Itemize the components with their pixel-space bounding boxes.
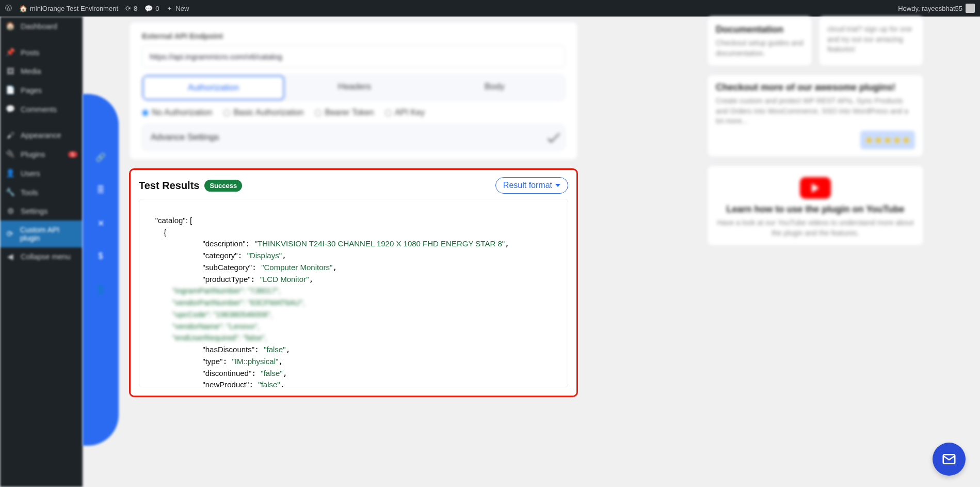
sidebar-item-label: Collapse menu xyxy=(21,253,71,261)
sidebar-item-label: Pages xyxy=(21,86,42,95)
radio-label: API Key xyxy=(395,108,425,117)
code-line-blurred: "endUserRequired": "false", xyxy=(147,333,267,342)
sidebar-item-label: Tools xyxy=(21,188,38,197)
sidebar-item-tools[interactable]: 🔧Tools xyxy=(0,183,83,202)
endpoint-label: External API Endpoint xyxy=(142,32,565,40)
documentation-text: Checkout setup guides and documentation. xyxy=(716,38,804,58)
posts-icon: 📌 xyxy=(5,48,15,57)
code-value: "false" xyxy=(258,380,280,387)
code-key: "productType" xyxy=(202,275,250,284)
plugins-promo-title: Checkout more of our awesome plugins! xyxy=(716,82,915,93)
plugins-promo-card[interactable]: Checkout more of our awesome plugins! Cr… xyxy=(707,74,924,157)
result-code-pane[interactable]: "catalog": [ { "description": "THINKVISI… xyxy=(139,199,568,387)
sidebar-item-label: Users xyxy=(21,169,40,178)
code-value: "false" xyxy=(261,369,282,378)
tab-authorization[interactable]: Authorization xyxy=(142,75,284,100)
wp-admin-bar: ⓦ 🏠 miniOrange Test Environment ⟳ 8 💬 0 … xyxy=(0,0,980,17)
rail-database-icon[interactable]: 🗄 xyxy=(89,179,112,201)
sidebar-item-comments[interactable]: 💬Comments xyxy=(0,100,83,119)
mail-icon xyxy=(941,451,957,467)
code-value: "Computer Monitors" xyxy=(261,263,332,272)
radio-apikey-input[interactable] xyxy=(385,109,392,116)
sidebar-item-plugins[interactable]: 🔌Plugins5 xyxy=(0,145,83,164)
code-line: { xyxy=(147,228,166,237)
youtube-icon xyxy=(800,177,831,199)
radio-bearer-input[interactable] xyxy=(315,109,322,116)
result-format-label: Result format xyxy=(503,181,552,190)
updates-link[interactable]: ⟳ 8 xyxy=(125,5,137,12)
right-column: Documentation Checkout setup guides and … xyxy=(707,17,924,254)
sidebar-item-label: Plugins xyxy=(21,150,45,159)
comments-link[interactable]: 💬 0 xyxy=(144,5,159,12)
sidebar-item-label: Settings xyxy=(21,207,47,215)
sidebar-item-settings[interactable]: ⚙Settings xyxy=(0,202,83,221)
youtube-title: Learn how to use the plugin on YouTube xyxy=(716,204,915,215)
radio-no-auth-input[interactable] xyxy=(142,109,149,116)
code-key: "type" xyxy=(202,357,222,366)
howdy-text: Howdy, rayeesbhat55 xyxy=(898,5,962,12)
chevron-down-icon xyxy=(548,130,560,143)
advance-settings-label: Advance Settings xyxy=(151,132,219,143)
comments-icon: 💬 xyxy=(5,105,15,114)
sidebar-item-dashboard[interactable]: 🏠Dashboard xyxy=(0,17,83,36)
documentation-card[interactable]: Documentation Checkout setup guides and … xyxy=(707,17,812,66)
sidebar-item-label: Custom API plugin xyxy=(20,226,77,242)
site-title-text: miniOrange Test Environment xyxy=(30,5,118,12)
sidebar-item-posts[interactable]: 📌Posts xyxy=(0,43,83,62)
howdy-link[interactable]: Howdy, rayeesbhat55 xyxy=(898,4,975,13)
rail-dollar-icon[interactable]: $ xyxy=(89,245,112,268)
trial-card[interactable]: cloud trial? sign up for one and try out… xyxy=(818,17,924,66)
settings-icon: ⚙ xyxy=(5,207,15,215)
tab-body[interactable]: Body xyxy=(425,75,565,100)
code-key: "hasDiscounts" xyxy=(202,345,254,354)
radio-no-auth[interactable]: No Authorization xyxy=(142,108,212,117)
contact-mail-fab[interactable] xyxy=(933,443,966,476)
site-title[interactable]: 🏠 miniOrange Test Environment xyxy=(19,5,118,12)
sidebar-item-label: Posts xyxy=(21,49,39,57)
avatar xyxy=(966,4,975,13)
advance-settings-toggle[interactable]: Advance Settings xyxy=(142,124,565,150)
radio-api-key[interactable]: API Key xyxy=(385,108,425,117)
external-api-card: External API Endpoint Authorization Head… xyxy=(129,22,578,160)
plugin-update-badge: 5 xyxy=(68,151,77,158)
wp-logo[interactable]: ⓦ xyxy=(5,4,12,13)
sidebar-item-pages[interactable]: 📄Pages xyxy=(0,81,83,100)
rail-connect-icon[interactable]: 🔗 xyxy=(89,146,112,168)
sidebar-item-media[interactable]: 🖼Media xyxy=(0,62,83,81)
code-value: "IM::physical" xyxy=(232,357,278,366)
youtube-text: Have a look at our YouTube videos to und… xyxy=(716,218,915,238)
pages-icon: 📄 xyxy=(5,86,15,95)
new-link[interactable]: ＋ New xyxy=(166,4,189,13)
code-value: "false" xyxy=(264,345,285,354)
new-label: New xyxy=(175,5,189,12)
test-results-card: Test Results Success Result format "cata… xyxy=(129,168,578,397)
code-line-blurred: "ingramPartNumber": "7J8017", xyxy=(147,286,281,295)
radio-basic-auth-input[interactable] xyxy=(223,109,230,116)
updates-count: 8 xyxy=(134,5,137,12)
plugins-icon: 🔌 xyxy=(5,150,15,159)
rail-user-icon[interactable]: 👤 xyxy=(89,278,112,301)
code-key: "category" xyxy=(202,251,237,260)
code-value: "Displays" xyxy=(247,251,282,260)
radio-basic-auth[interactable]: Basic Authorization xyxy=(223,108,303,117)
sidebar-item-custom-api[interactable]: ⟳Custom API plugin xyxy=(0,221,83,247)
appearance-icon: 🖌 xyxy=(5,131,15,139)
code-key: "discontinued" xyxy=(202,369,251,378)
youtube-card[interactable]: Learn how to use the plugin on YouTube H… xyxy=(707,165,924,246)
dashboard-icon: 🏠 xyxy=(5,22,15,30)
code-key: "newProduct" xyxy=(202,380,249,387)
documentation-title: Documentation xyxy=(716,24,804,35)
radio-bearer-token[interactable]: Bearer Token xyxy=(315,108,374,117)
auth-radio-group: No Authorization Basic Authorization Bea… xyxy=(142,108,565,117)
code-value: "THINKVISION T24I-30 CHANNEL 1920 X 1080… xyxy=(255,239,505,248)
sidebar-item-users[interactable]: 👤Users xyxy=(0,164,83,183)
sidebar-item-collapse[interactable]: ◀Collapse menu xyxy=(0,247,83,266)
users-icon: 👤 xyxy=(5,169,15,178)
tab-headers[interactable]: Headers xyxy=(284,75,424,100)
sidebar-item-appearance[interactable]: 🖌Appearance xyxy=(0,126,83,145)
rating-stars-icon: ★★★★★ xyxy=(860,131,915,149)
media-icon: 🖼 xyxy=(5,67,15,75)
result-format-button[interactable]: Result format xyxy=(495,177,568,194)
endpoint-input[interactable] xyxy=(142,45,565,68)
rail-shuffle-icon[interactable]: ✕ xyxy=(89,212,112,234)
